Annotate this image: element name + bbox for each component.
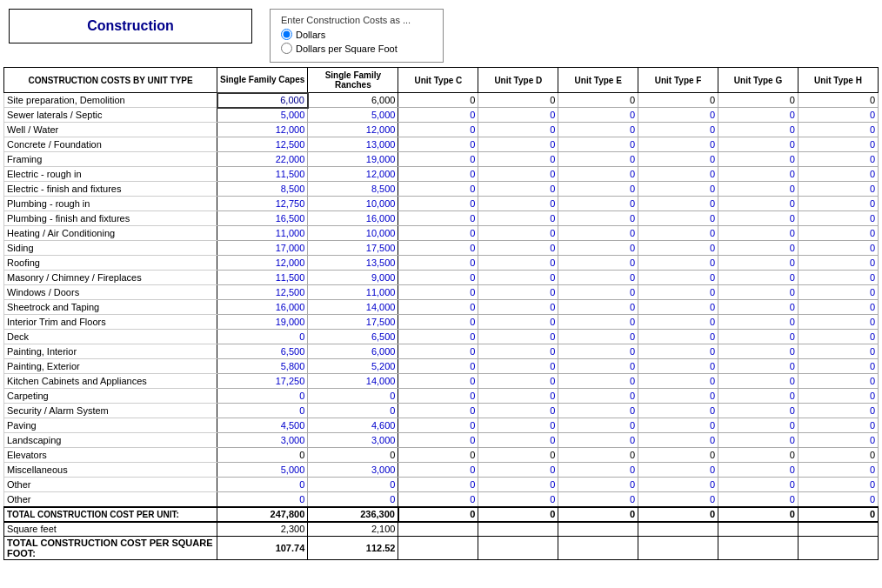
cell-14-0[interactable]: 16,000: [217, 300, 308, 315]
cell-10-1[interactable]: 17,500: [308, 241, 398, 256]
cell-4-1[interactable]: 19,000: [308, 152, 398, 167]
cell-5-1[interactable]: 12,000: [308, 167, 398, 182]
cell-6-3: 0: [478, 182, 558, 197]
cell-11-1[interactable]: 13,500: [308, 256, 398, 271]
radio-dollars-input[interactable]: [281, 29, 292, 40]
cell-26-0[interactable]: 0: [217, 478, 308, 492]
cell-4-7: 0: [798, 152, 878, 167]
cell-8-7: 0: [798, 211, 878, 226]
cell-3-1[interactable]: 13,000: [308, 137, 398, 152]
cell-9-2: 0: [398, 226, 478, 241]
cell-13-7: 0: [798, 285, 878, 300]
cell-7-4: 0: [558, 197, 638, 211]
cell-20-3: 0: [478, 389, 558, 404]
radio-per-sqft-input[interactable]: [281, 43, 292, 54]
cell-9-6: 0: [718, 226, 798, 241]
cell-13-1[interactable]: 11,000: [308, 285, 398, 300]
cell-16-1[interactable]: 6,500: [308, 330, 398, 344]
cell-6-1[interactable]: 8,500: [308, 182, 398, 197]
cell-22-1[interactable]: 4,600: [308, 418, 398, 433]
sqft-cell-7: [798, 522, 878, 537]
cell-7-0[interactable]: 12,750: [217, 197, 308, 211]
cell-12-7: 0: [798, 271, 878, 285]
cell-18-5: 0: [638, 359, 718, 374]
cell-24-5: 0: [638, 448, 718, 463]
cell-1-0[interactable]: 5,000: [217, 108, 308, 123]
cell-20-1[interactable]: 0: [308, 389, 398, 404]
cell-13-0[interactable]: 12,500: [217, 285, 308, 300]
cell-17-1[interactable]: 6,000: [308, 344, 398, 359]
cell-23-1[interactable]: 3,000: [308, 433, 398, 448]
row-label: Miscellaneous: [4, 463, 217, 478]
cell-9-0[interactable]: 11,000: [217, 226, 308, 241]
cell-21-1[interactable]: 0: [308, 404, 398, 418]
cell-5-6: 0: [718, 167, 798, 182]
cell-20-0[interactable]: 0: [217, 389, 308, 404]
table-row: Plumbing - finish and fixtures16,50016,0…: [4, 211, 879, 226]
table-row: Electric - rough in11,50012,000000000: [4, 167, 879, 182]
cell-9-7: 0: [798, 226, 878, 241]
cell-21-7: 0: [798, 404, 878, 418]
cell-15-0[interactable]: 19,000: [217, 315, 308, 330]
cell-24-1[interactable]: 0: [308, 448, 398, 463]
cell-14-1[interactable]: 14,000: [308, 300, 398, 315]
cell-2-4: 0: [558, 123, 638, 137]
cell-10-0[interactable]: 17,000: [217, 241, 308, 256]
row-label: Paving: [4, 418, 217, 433]
radio-per-sqft[interactable]: Dollars per Square Foot: [281, 43, 432, 54]
cell-8-5: 0: [638, 211, 718, 226]
cell-27-0[interactable]: 0: [217, 492, 308, 507]
row-label: Painting, Exterior: [4, 359, 217, 374]
cell-16-0[interactable]: 0: [217, 330, 308, 344]
cell-0-1[interactable]: 6,000: [308, 93, 398, 108]
cell-17-0[interactable]: 6,500: [217, 344, 308, 359]
cell-25-0[interactable]: 5,000: [217, 463, 308, 478]
cell-1-2: 0: [398, 108, 478, 123]
cell-24-0[interactable]: 0: [217, 448, 308, 463]
cell-21-0[interactable]: 0: [217, 404, 308, 418]
row-label: Plumbing - rough in: [4, 197, 217, 211]
cell-15-6: 0: [718, 315, 798, 330]
cell-5-0[interactable]: 11,500: [217, 167, 308, 182]
cell-8-0[interactable]: 16,500: [217, 211, 308, 226]
cell-8-2: 0: [398, 211, 478, 226]
cell-4-0[interactable]: 22,000: [217, 152, 308, 167]
cell-0-0[interactable]: 6,000: [217, 93, 308, 108]
cell-27-1[interactable]: 0: [308, 492, 398, 507]
cell-23-0[interactable]: 3,000: [217, 433, 308, 448]
cell-8-1[interactable]: 16,000: [308, 211, 398, 226]
cell-11-0[interactable]: 12,000: [217, 256, 308, 271]
cell-3-0[interactable]: 12,500: [217, 137, 308, 152]
cell-2-0[interactable]: 12,000: [217, 123, 308, 137]
row-label: Carpeting: [4, 389, 217, 404]
cell-15-7: 0: [798, 315, 878, 330]
cell-18-0[interactable]: 5,800: [217, 359, 308, 374]
total-cell-4: 0: [558, 507, 638, 522]
row-label: Masonry / Chimney / Fireplaces: [4, 271, 217, 285]
cell-15-1[interactable]: 17,500: [308, 315, 398, 330]
cell-22-0[interactable]: 4,500: [217, 418, 308, 433]
cell-12-1[interactable]: 9,000: [308, 271, 398, 285]
cell-6-0[interactable]: 8,500: [217, 182, 308, 197]
cell-25-1[interactable]: 3,000: [308, 463, 398, 478]
radio-per-sqft-label: Dollars per Square Foot: [296, 43, 398, 54]
cell-0-7: 0: [798, 93, 878, 108]
table-row: Site preparation, Demolition6,0006,00000…: [4, 93, 879, 108]
cell-19-1[interactable]: 14,000: [308, 374, 398, 389]
cell-12-0[interactable]: 11,500: [217, 271, 308, 285]
cell-7-1[interactable]: 10,000: [308, 197, 398, 211]
cell-18-1[interactable]: 5,200: [308, 359, 398, 374]
cell-12-3: 0: [478, 271, 558, 285]
cell-9-5: 0: [638, 226, 718, 241]
radio-dollars[interactable]: Dollars: [281, 29, 432, 40]
cell-14-7: 0: [798, 300, 878, 315]
cell-9-1[interactable]: 10,000: [308, 226, 398, 241]
cell-1-1[interactable]: 5,000: [308, 108, 398, 123]
cell-23-3: 0: [478, 433, 558, 448]
cell-0-3: 0: [478, 93, 558, 108]
radio-group-label: Enter Construction Costs as ...: [281, 15, 432, 25]
cell-1-5: 0: [638, 108, 718, 123]
cell-2-1[interactable]: 12,000: [308, 123, 398, 137]
cell-19-0[interactable]: 17,250: [217, 374, 308, 389]
cell-26-1[interactable]: 0: [308, 478, 398, 492]
